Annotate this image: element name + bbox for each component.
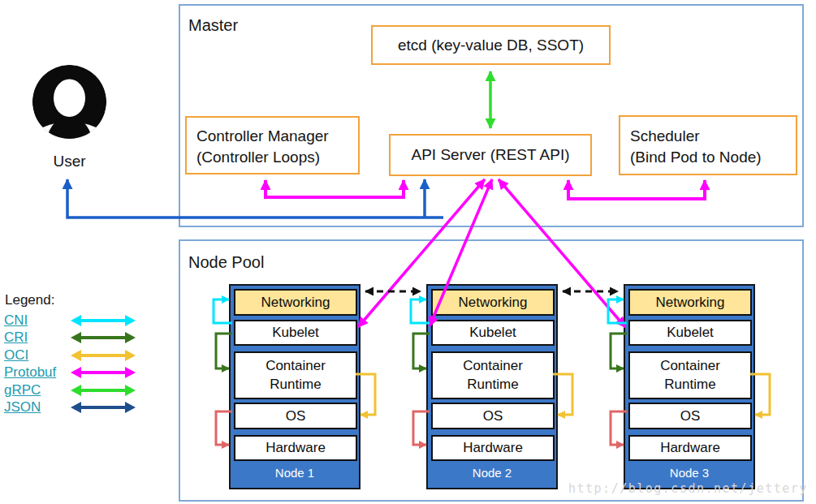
scheduler-label: Scheduler — [630, 126, 786, 147]
api-server-box: API Server (REST API) — [389, 134, 592, 176]
watermark: http://blog.csdn.net/jettery — [568, 481, 812, 496]
layer-kubelet: Kubelet — [234, 320, 357, 346]
layer-os: OS — [628, 403, 752, 429]
legend-title: Legend: — [5, 292, 136, 308]
json-arrow-icon — [71, 402, 136, 413]
layer-networking: Networking — [431, 289, 555, 316]
legend-item-cni: CNI — [4, 312, 136, 330]
node-name: Node 2 — [428, 466, 556, 480]
layer-hardware: Hardware — [628, 435, 752, 461]
legend-item-oci: OCI — [4, 347, 136, 364]
legend-item-json: JSON — [4, 399, 136, 417]
layer-networking: Networking — [628, 289, 752, 316]
legend-link-grpc[interactable]: gRPC — [4, 382, 71, 398]
layer-container-runtime: Container Runtime — [234, 351, 357, 399]
scheduler-sublabel: (Bind Pod to Node) — [630, 147, 786, 168]
etcd-box: etcd (key-value DB, SSOT) — [371, 25, 611, 65]
oci-arrow-icon — [71, 350, 136, 361]
layer-os: OS — [234, 403, 357, 429]
legend-link-cni[interactable]: CNI — [4, 312, 71, 329]
master-title: Master — [188, 16, 238, 35]
user-label: User — [30, 153, 109, 170]
legend-link-cri[interactable]: CRI — [4, 330, 71, 346]
layer-os: OS — [431, 403, 555, 429]
layer-container-runtime: Container Runtime — [431, 351, 555, 399]
node-1-container: Networking Kubelet Container Runtime OS … — [229, 284, 361, 489]
etcd-label: etcd (key-value DB, SSOT) — [398, 37, 584, 54]
node-name: Node 1 — [231, 466, 359, 480]
controller-manager-box: Controller Manager (Controller Loops) — [185, 116, 360, 174]
legend-item-grpc: gRPC — [4, 381, 136, 399]
layer-networking: Networking — [234, 289, 357, 316]
api-server-label: API Server (REST API) — [412, 146, 570, 164]
kubernetes-architecture-diagram: Master etcd (key-value DB, SSOT) Control… — [0, 0, 816, 504]
cni-arrow-icon — [71, 315, 136, 326]
protobuf-arrow-icon — [71, 367, 136, 378]
node-name: Node 3 — [625, 466, 753, 480]
layer-container-runtime: Container Runtime — [628, 351, 752, 399]
legend-link-json[interactable]: JSON — [4, 399, 71, 416]
layer-hardware: Hardware — [431, 435, 555, 461]
layer-hardware: Hardware — [234, 435, 357, 461]
scheduler-box: Scheduler (Bind Pod to Node) — [619, 115, 797, 175]
legend-item-protobuf: Protobuf — [4, 364, 136, 382]
legend-link-oci[interactable]: OCI — [4, 347, 71, 364]
user-avatar-icon — [30, 64, 109, 140]
node-2-container: Networking Kubelet Container Runtime OS … — [426, 284, 558, 489]
controller-manager-label: Controller Manager — [196, 126, 348, 147]
layer-kubelet: Kubelet — [431, 320, 555, 346]
controller-manager-sublabel: (Controller Loops) — [196, 147, 348, 168]
layer-kubelet: Kubelet — [628, 320, 752, 346]
node-pool-title: Node Pool — [188, 253, 264, 272]
legend-link-protobuf[interactable]: Protobuf — [4, 364, 71, 381]
cri-arrow-icon — [71, 332, 136, 343]
node-3-container: Networking Kubelet Container Runtime OS … — [624, 284, 755, 489]
legend-item-cri: CRI — [4, 330, 136, 347]
grpc-arrow-icon — [71, 385, 136, 396]
legend: Legend: CNI CRI OCI Protobuf gRPC JSON — [4, 292, 136, 416]
